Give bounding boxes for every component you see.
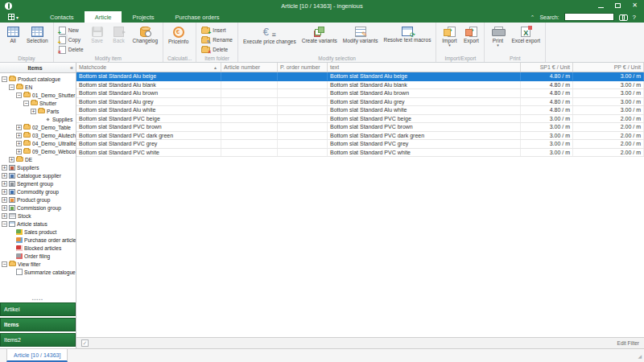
help-icon[interactable]: ? bbox=[633, 14, 636, 21]
collapse-panel-icon[interactable]: « bbox=[70, 65, 76, 71]
button-selection[interactable]: Selection bbox=[24, 24, 51, 55]
cell-article_number bbox=[221, 140, 278, 148]
collapse-ribbon-icon[interactable]: ⌃ bbox=[530, 14, 535, 20]
tree-expander-icon[interactable]: + bbox=[16, 125, 22, 130]
tree-expander-icon[interactable]: + bbox=[2, 173, 7, 179]
tree-item-article-status[interactable]: −Article status bbox=[0, 220, 76, 228]
close-icon[interactable]: ✕ bbox=[632, 2, 638, 10]
edit-filter-button[interactable]: Edit Filter bbox=[617, 340, 639, 346]
filter-checkbox[interactable]: ✓ bbox=[81, 339, 89, 347]
table-row[interactable]: Bottom slat Standard PVC dark greenBotto… bbox=[76, 132, 644, 141]
tree-expander-icon[interactable]: − bbox=[2, 261, 7, 267]
button-copy[interactable]: Copy bbox=[56, 35, 86, 44]
tree-expander-icon[interactable]: + bbox=[2, 205, 7, 211]
button-delete[interactable]: Delete bbox=[56, 45, 86, 54]
tree-item-09-demo-webcontrols[interactable]: +09_Demo_Webcontrols bbox=[0, 147, 76, 155]
button-print[interactable]: Print▾ bbox=[487, 24, 508, 55]
tree-item-03-demo-alutech[interactable]: +03_Demo_Alutech bbox=[0, 131, 76, 139]
tree-item-stock[interactable]: +Stock bbox=[0, 212, 76, 220]
tree-expander-icon[interactable]: + bbox=[16, 149, 22, 154]
tree-expander-icon[interactable]: − bbox=[2, 76, 7, 82]
table-row[interactable]: Bottom slat Standard PVC brownBottom sla… bbox=[76, 123, 644, 132]
button-all[interactable]: All bbox=[2, 24, 23, 55]
column-header-article-number[interactable]: Article number bbox=[221, 63, 278, 72]
button-create-variants[interactable]: Create variants bbox=[299, 24, 340, 55]
tree-expander-icon[interactable]: − bbox=[9, 84, 14, 90]
app-menu-button[interactable]: ▾ bbox=[0, 11, 25, 23]
table-row[interactable]: Bottom slat Standard PVC greyBottom slat… bbox=[76, 140, 644, 149]
button-excel-export[interactable]: Excel export bbox=[509, 24, 543, 55]
table-row[interactable]: Bottom slat Standard Alu whiteBottom sla… bbox=[76, 106, 644, 115]
tree-expander-icon[interactable]: + bbox=[9, 157, 14, 162]
panel-bar-items2[interactable]: Items2 bbox=[0, 333, 76, 347]
tree-item-suppliers[interactable]: +Suppliers bbox=[0, 163, 76, 171]
tree-item-en[interactable]: −EN bbox=[0, 83, 76, 91]
splitter-handle[interactable]: ▪▪▪▪▪ bbox=[0, 296, 76, 302]
tree-item-04-demo-ultralite-doors[interactable]: +04_Demo_Ultralite-Doors bbox=[0, 139, 76, 147]
panel-bar-artikel[interactable]: Artikel bbox=[0, 302, 76, 316]
table-row[interactable]: Bottom slat Standard Alu blankBottom sla… bbox=[76, 81, 644, 90]
tree-expander-icon[interactable]: + bbox=[16, 133, 22, 138]
tree-item-product-catalogue[interactable]: −Product catalogue bbox=[0, 75, 76, 83]
tree-expander-icon[interactable]: − bbox=[16, 93, 22, 98]
tree-item-order-filing[interactable]: Order filing bbox=[0, 252, 76, 260]
table-row[interactable]: Bottom slat Standard PVC whiteBottom sla… bbox=[76, 149, 644, 158]
tree-item-01-demo-shutter[interactable]: −01_Demo_Shutter bbox=[0, 91, 76, 99]
column-header-sp1-unit[interactable]: SP1 € / Unit bbox=[521, 63, 573, 72]
column-header-pp-unit[interactable]: PP € / Unit bbox=[573, 63, 644, 72]
button-resolve-text-macros[interactable]: Resolve text macros bbox=[382, 24, 434, 55]
tree-item-segment-group[interactable]: +Segment group bbox=[0, 179, 76, 187]
tree-expander-icon[interactable]: + bbox=[2, 181, 7, 187]
tree-item-parts[interactable]: +Parts bbox=[0, 107, 76, 115]
tree-item-commission-group[interactable]: +Commission group bbox=[0, 204, 76, 212]
button-execute-price-changes[interactable]: Execute price changes bbox=[241, 24, 299, 55]
tree-expander-icon[interactable]: + bbox=[2, 197, 7, 203]
tree-item-product-group[interactable]: +Product group bbox=[0, 195, 76, 204]
button-new[interactable]: New bbox=[56, 26, 86, 35]
tree-item-02-demo-table[interactable]: +02_Demo_Table bbox=[0, 123, 76, 131]
button-export[interactable]: ➔Export bbox=[460, 24, 481, 55]
table-row[interactable]: Bottom slat Standard PVC beigeBottom sla… bbox=[76, 115, 644, 124]
tree-expander-icon[interactable]: − bbox=[23, 101, 29, 106]
tree-item-shutter[interactable]: −Shutter bbox=[0, 99, 76, 107]
button-priceinfo[interactable]: Priceinfo bbox=[166, 24, 191, 55]
search-input[interactable] bbox=[564, 13, 614, 21]
document-tab-article-10-14363[interactable]: Article [10 / 14363] bbox=[6, 349, 68, 362]
tree-item-de[interactable]: +DE bbox=[0, 155, 76, 163]
button-insert[interactable]: Insert bbox=[199, 26, 235, 35]
tree-expander-icon[interactable]: + bbox=[2, 213, 7, 219]
column-header-text[interactable]: text bbox=[328, 63, 521, 72]
table-row[interactable]: Bottom slat Standard Alu beigeBottom sla… bbox=[76, 72, 644, 81]
tree-item-commodity-group[interactable]: +Commodity group bbox=[0, 187, 76, 195]
tree-item-view-filter[interactable]: −View filter bbox=[0, 260, 76, 268]
search-binoculars-icon[interactable] bbox=[619, 14, 628, 20]
tab-projects[interactable]: Projects bbox=[122, 11, 164, 23]
tree-item-supplies[interactable]: Supplies bbox=[0, 115, 76, 123]
panel-bar-items[interactable]: Items bbox=[0, 318, 76, 331]
tree-item-blocked-articles[interactable]: Blocked articles bbox=[0, 244, 76, 252]
button-import[interactable]: ➔Import▾ bbox=[439, 24, 460, 55]
button-modify-variants[interactable]: Modify variants bbox=[341, 24, 381, 55]
minimize-icon[interactable] bbox=[598, 7, 604, 8]
cell-text: Bottom slat Standard PVC dark green bbox=[328, 132, 521, 140]
button-rename[interactable]: Rename bbox=[199, 35, 235, 44]
tree-expander-icon[interactable]: + bbox=[31, 109, 36, 114]
tree-expander-icon[interactable]: − bbox=[2, 221, 7, 227]
table-row[interactable]: Bottom slat Standard Alu brownBottom sla… bbox=[76, 89, 644, 98]
column-header-matchcode[interactable]: Matchcode▲ bbox=[76, 63, 221, 72]
maximize-icon[interactable] bbox=[615, 3, 621, 8]
tree-item-summarize-catalogue[interactable]: Summarize catalogue bbox=[0, 268, 76, 276]
column-header-p-order-number[interactable]: P. order number bbox=[278, 63, 328, 72]
tab-purchase-orders[interactable]: Purchase orders bbox=[165, 11, 230, 23]
table-row[interactable]: Bottom slat Standard Alu greyBottom slat… bbox=[76, 98, 644, 107]
button-changelog[interactable]: Changelog bbox=[130, 24, 160, 55]
tree-item-sales-product[interactable]: Sales product bbox=[0, 228, 76, 236]
tree-expander-icon[interactable]: + bbox=[2, 165, 7, 171]
tree-item-catalogue-supplier[interactable]: +Catalogue supplier bbox=[0, 171, 76, 179]
button-delete[interactable]: Delete bbox=[199, 45, 235, 54]
tab-article[interactable]: Article bbox=[85, 11, 122, 23]
tab-contacts[interactable]: Contacts bbox=[39, 11, 85, 23]
tree-item-purchase-order-article[interactable]: Purchase order article bbox=[0, 236, 76, 244]
tree-expander-icon[interactable]: + bbox=[2, 189, 7, 195]
tree-expander-icon[interactable]: + bbox=[16, 141, 22, 146]
